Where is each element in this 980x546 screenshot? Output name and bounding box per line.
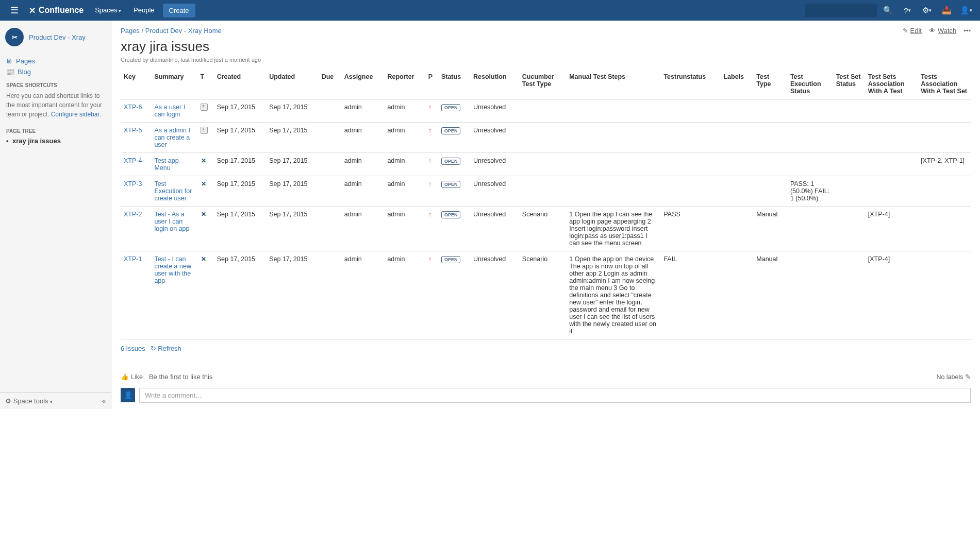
- issue-summary-link[interactable]: Test app Menu: [154, 157, 178, 172]
- cell-steps: [566, 176, 660, 207]
- cell-created: Sep 17, 2015: [214, 99, 266, 123]
- issue-summary-link[interactable]: As a admin I can create a user: [154, 127, 190, 148]
- gear-icon[interactable]: ⚙: [918, 0, 936, 21]
- thumbs-up-icon: 👍: [121, 373, 129, 381]
- column-header[interactable]: Test Execution Status: [787, 70, 833, 99]
- cell-tsassoc: [XTP-4]: [865, 207, 918, 251]
- column-header[interactable]: Tests Association With A Test Set: [918, 70, 971, 99]
- issue-key-link[interactable]: XTP-2: [124, 211, 142, 218]
- priority-icon: ↑: [428, 180, 431, 187]
- cell-tset: [833, 207, 865, 251]
- people-link[interactable]: People: [127, 0, 160, 21]
- create-button[interactable]: Create: [163, 4, 195, 18]
- cell-updated: Sep 17, 2015: [266, 153, 318, 176]
- space-tools[interactable]: ⚙ Space tools ▾ «: [0, 393, 111, 409]
- search-input[interactable]: [805, 4, 877, 17]
- issue-key-link[interactable]: XTP-3: [124, 180, 142, 187]
- cell-testrun: [660, 153, 720, 176]
- cell-tassoc: [918, 207, 971, 251]
- cell-texec: [787, 207, 833, 251]
- priority-icon: ↑: [428, 211, 431, 218]
- cell-tassoc: [918, 99, 971, 123]
- page-title: xray jira issues: [121, 35, 971, 57]
- more-actions-icon[interactable]: •••: [964, 27, 971, 35]
- sidebar-pages[interactable]: 🗎 Pages: [5, 56, 106, 66]
- refresh-link[interactable]: ↻ Refresh: [151, 345, 181, 352]
- spaces-menu[interactable]: Spaces: [89, 0, 127, 21]
- cell-resolution: Unresolved: [470, 207, 519, 251]
- cell-testrun: FAIL: [660, 251, 720, 339]
- eye-icon: 👁: [929, 27, 936, 35]
- cell-labels: [720, 99, 753, 123]
- confluence-logo[interactable]: ✕ Confluence: [24, 6, 89, 15]
- breadcrumb-pages[interactable]: Pages: [121, 27, 140, 35]
- column-header[interactable]: Summary: [151, 70, 197, 99]
- priority-icon: ↑: [428, 157, 431, 164]
- column-header[interactable]: Testrunstatus: [660, 70, 720, 99]
- notifications-icon[interactable]: 📥: [938, 0, 955, 21]
- column-header[interactable]: Manual Test Steps: [566, 70, 660, 99]
- column-header[interactable]: Due: [319, 70, 341, 99]
- story-type-icon: [201, 127, 208, 134]
- column-header[interactable]: Status: [438, 70, 470, 99]
- issue-key-link[interactable]: XTP-1: [124, 255, 142, 263]
- column-header[interactable]: Resolution: [470, 70, 519, 99]
- search-icon[interactable]: 🔍: [879, 0, 896, 21]
- cell-texec: [787, 99, 833, 123]
- cell-updated: Sep 17, 2015: [266, 207, 318, 251]
- profile-icon[interactable]: 👤: [957, 0, 975, 21]
- cell-created: Sep 17, 2015: [214, 251, 266, 339]
- blog-icon: 📰: [6, 68, 14, 76]
- column-header[interactable]: Labels: [720, 70, 753, 99]
- cell-tsassoc: [XTP-4]: [865, 251, 918, 339]
- column-header[interactable]: Test Sets Association With A Test: [865, 70, 918, 99]
- table-row: XTP-4Test app MenuSep 17, 2015Sep 17, 20…: [121, 153, 971, 176]
- app-switcher-icon[interactable]: ☰: [5, 1, 24, 20]
- column-header[interactable]: Updated: [266, 70, 318, 99]
- cell-tsassoc: [865, 176, 918, 207]
- watch-button[interactable]: 👁 Watch: [929, 27, 956, 35]
- breadcrumb-space-home[interactable]: Product Dev - Xray Home: [145, 27, 222, 35]
- issue-summary-link[interactable]: As a user I can login: [154, 104, 185, 118]
- edit-button[interactable]: ✎ Edit: [903, 27, 922, 35]
- issue-count-link[interactable]: 6 issues: [121, 345, 145, 352]
- edit-labels-icon[interactable]: ✎: [965, 373, 971, 381]
- like-button[interactable]: 👍 Like: [121, 373, 143, 381]
- space-logo-icon: ✂: [5, 28, 24, 46]
- collapse-sidebar-icon[interactable]: «: [102, 397, 106, 405]
- shortcuts-text: Here you can add shortcut links to the m…: [5, 90, 106, 123]
- cell-due: [319, 99, 341, 123]
- column-header[interactable]: Cucumber Test Type: [519, 70, 566, 99]
- issue-summary-link[interactable]: Test - As a user I can login on app: [154, 211, 189, 232]
- issue-key-link[interactable]: XTP-4: [124, 157, 142, 164]
- cell-testrun: PASS: [660, 207, 720, 251]
- cell-cucumber: [519, 99, 566, 123]
- configure-sidebar-link[interactable]: Configure sidebar: [51, 111, 99, 118]
- issue-key-link[interactable]: XTP-6: [124, 104, 142, 111]
- column-header[interactable]: Assignee: [341, 70, 385, 99]
- column-header[interactable]: Test Set Status: [833, 70, 865, 99]
- cell-resolution: Unresolved: [470, 153, 519, 176]
- commenter-avatar-icon: 👤: [121, 388, 135, 402]
- sidebar-blog[interactable]: 📰 Blog: [5, 66, 106, 77]
- cell-tassoc: [918, 123, 971, 153]
- column-header[interactable]: T: [197, 70, 214, 99]
- issue-key-link[interactable]: XTP-5: [124, 127, 142, 134]
- column-header[interactable]: P: [425, 70, 438, 99]
- cell-testtype: [753, 153, 787, 176]
- issue-summary-link[interactable]: Test - I can create a new user with the …: [154, 255, 191, 284]
- space-header[interactable]: ✂ Product Dev - Xray: [0, 21, 111, 54]
- cell-labels: [720, 123, 753, 153]
- cell-cucumber: Scenario: [519, 207, 566, 251]
- column-header[interactable]: Reporter: [384, 70, 425, 99]
- issue-summary-link[interactable]: Test Execution for create user: [154, 180, 192, 202]
- xray-type-icon: [201, 211, 208, 218]
- help-icon[interactable]: ?: [899, 0, 916, 21]
- comment-input[interactable]: Write a comment…: [139, 388, 971, 403]
- pagetree-item[interactable]: xray jira issues: [5, 136, 106, 146]
- story-type-icon: [201, 104, 208, 111]
- column-header[interactable]: Created: [214, 70, 266, 99]
- column-header[interactable]: Test Type: [753, 70, 787, 99]
- column-header[interactable]: Key: [121, 70, 151, 99]
- breadcrumb: Pages / Product Dev - Xray Home: [121, 27, 222, 35]
